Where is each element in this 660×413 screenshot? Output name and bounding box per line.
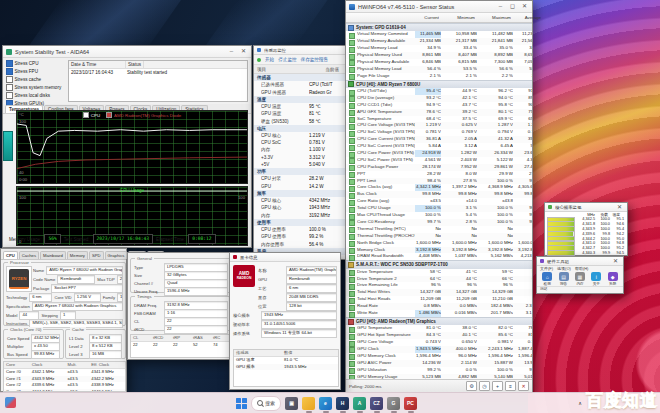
tab-graphics[interactable]: Graphics	[105, 251, 128, 259]
sensor-row[interactable]: Physical Memory Used8,861 MB8,407 MB8,89…	[346, 52, 532, 59]
close-icon[interactable]: ✕	[520, 2, 529, 11]
start-button[interactable]: 开始	[265, 57, 274, 62]
sensor-row[interactable]: +3.3V3.312 V	[254, 154, 348, 161]
close-icon[interactable]: ✕	[239, 47, 248, 56]
sensor-row[interactable]: Page File Usage2.1 %2.1 %2.2 %2.1 %	[346, 73, 532, 80]
sensor-row[interactable]: GPU 核心1943 MHz	[254, 204, 348, 211]
report-icon[interactable]: ≡	[505, 381, 516, 391]
menu-item[interactable]: 选项(O)	[557, 266, 571, 271]
checkbox-icon[interactable]	[6, 84, 13, 91]
tray-chevron-icon[interactable]: ∧	[578, 400, 582, 406]
sensor-row[interactable]: GPU Clock1,943.5 MHz400.0 MHz2,243.1 MHz…	[346, 346, 532, 353]
aida64-icon[interactable]: A	[353, 397, 366, 410]
sensor-row[interactable]: CPU Core Voltage (SVI3 TFN)1.219 V0.625 …	[346, 122, 532, 129]
minimize-icon[interactable]: –	[227, 47, 236, 56]
tab-cpu[interactable]: CPU	[3, 251, 18, 259]
close-icon[interactable]: ✕	[615, 203, 624, 212]
sensor-row[interactable]: 内存3192 MHz	[254, 212, 348, 219]
close-icon[interactable]: ✕	[611, 257, 620, 266]
sensor-row[interactable]: Virtual Memory Available21,334 MB21,317 …	[346, 38, 532, 45]
sensor-section-header[interactable]: CPU [#0]: AMD Ryzen 7 6800U	[346, 80, 532, 88]
sensor-row[interactable]: CPU CCD1 (Tdie)94.9 °C43.7 °C95.8 °C90.8…	[346, 102, 532, 109]
sensor-row[interactable]: Core Ratio (avg)x43.5x14.0x43.8x43.1	[346, 198, 532, 205]
sensor-row[interactable]: +5V5.040 V	[254, 161, 348, 168]
sensor-row[interactable]: Core Clocks (avg)4,342.1 MHz1,397.2 MHz4…	[346, 184, 532, 191]
sensor-row[interactable]: Drive Temperature58 °C41 °C59 °C55 °C	[346, 269, 532, 276]
clock-icon[interactable]: ◷	[479, 381, 490, 391]
search-input[interactable]: 搜索	[251, 396, 281, 411]
save-report-button[interactable]: 保存监控报告	[301, 57, 329, 62]
sensor-row[interactable]: Max CPU/Thread Usage100.0 %5.4 %100.0 %9…	[346, 212, 532, 219]
sensor-row[interactable]: CPU SoC Voltage (SVI3 TFN)0.781 V0.769 V…	[346, 129, 532, 136]
column-header-maximum[interactable]: Maximum	[475, 15, 511, 20]
sensor-row[interactable]: 硬盘 (SN530)58 ℃	[254, 118, 348, 125]
sensor-row[interactable]: Physical Memory Available6,846 MB6,815 M…	[346, 59, 532, 66]
table-row[interactable]: GPU 频率1943.5 MHz	[234, 364, 338, 370]
menu-item[interactable]: 帮助(H)	[575, 266, 589, 271]
stress-option[interactable]: Stress system memory	[6, 84, 64, 91]
sensor-row[interactable]: 内存1.100 V	[254, 146, 348, 153]
sensor-row[interactable]: GPU Utilization99.2 %0.0 %100.0 %97.8 %	[346, 367, 532, 374]
sensor-row[interactable]: Physical Memory Load56.4 %53.5 %56.6 %55…	[346, 66, 532, 73]
sensor-row[interactable]: GPU Temperature81.0 °C38.0 °C82.0 °C78.5…	[346, 325, 532, 332]
checkbox-icon[interactable]	[6, 76, 13, 83]
sensor-row[interactable]: Drive Temperature 264 °C44 °C66 °C61 °C	[346, 276, 532, 283]
stop-monitor-button[interactable]: 停止监控	[278, 57, 296, 62]
sensor-row[interactable]: 已选传感器CPU (Tctl/T	[254, 81, 348, 88]
sensor-row[interactable]: Read Rate0.8 MB/s0.0 MB/s182.4 MB/s2.3 M…	[346, 303, 532, 310]
sensor-row[interactable]: CPU 温度95 ℃	[254, 103, 348, 110]
tab-mainboard[interactable]: Mainboard	[40, 251, 66, 259]
sensor-row[interactable]: CPU Core Power (SVI3 TFN)24.918 W1.282 W…	[346, 150, 532, 157]
widgets-icon[interactable]	[5, 397, 16, 408]
sensor-group-header[interactable]: 功率	[254, 168, 348, 175]
tray-area[interactable]: ∧	[578, 400, 582, 406]
sensor-row[interactable]: GPU ASIC Power14.236 W2.114 W15.887 W13.…	[346, 360, 532, 367]
column-header-current[interactable]: Current	[413, 15, 439, 20]
sensor-section-header[interactable]: System: GPD G1619-04	[346, 23, 532, 31]
sensor-section-header[interactable]: GPU [#0]: AMD Radeon(TM) Graphics	[346, 317, 532, 325]
sensor-row[interactable]: GPU 温度81 ℃	[254, 110, 348, 117]
tab-spd[interactable]: SPD	[89, 251, 104, 259]
sensor-row[interactable]: GPU Hot Spot Temperature84.3 °C40.1 °C85…	[346, 332, 532, 339]
sensor-row[interactable]: GPU 传感器Radeon Gr	[254, 89, 348, 96]
sensor-row[interactable]: Virtual Memory Commited11,465 MB10,958 M…	[346, 31, 532, 38]
hwinfo-titlebar[interactable]: HWiNFO64 v7.46-5110 - Sensor Status – ◻ …	[346, 1, 532, 13]
sensor-row[interactable]: CPU (Tctl/Tdie)95.4 °C44.9 °C96.2 °C91.7…	[346, 88, 532, 95]
sensor-row[interactable]: Drive Remaining Life96 %96 %96 %96 %	[346, 282, 532, 289]
save-report-button[interactable]: ▤报告	[556, 272, 571, 286]
column-header-minimum[interactable]: Minimum	[439, 15, 475, 20]
sensor-row[interactable]: Thermal Throttling (PROCHOT)NoNoNo–	[346, 233, 532, 240]
sensor-row[interactable]: SoC Temperature68.4 °C37.5 °C69.9 °C65.8…	[346, 116, 532, 123]
sensor-row[interactable]: GPU Core Voltage0.743 V0.650 V0.981 V0.7…	[346, 339, 532, 346]
stress-option[interactable]: Stress cache	[6, 76, 64, 83]
sensor-row[interactable]: APU GFX Temperature78.6 °C39.2 °C80.1 °C…	[346, 109, 532, 116]
aida64-titlebar[interactable]: System Stability Test - AIDA64 – ✕	[3, 46, 251, 58]
checkbox-icon[interactable]	[6, 92, 13, 99]
sensor-row[interactable]: GPU Memory Clock1,596.4 MHz96.0 MHz1,596…	[346, 353, 532, 360]
checkbox-icon[interactable]	[6, 68, 13, 75]
hardware-scan-button[interactable]: ⌂检测	[540, 272, 555, 286]
sensor-row[interactable]: Virtual Memory Load34.9 %33.4 %35.0 %34.…	[346, 45, 532, 52]
log-entry[interactable]: 2023/10/17 16:04:43Stability test starte…	[69, 69, 247, 76]
sensor-row[interactable]: CPU SoC Current (SVI3 TFN)5.84 A3.12 A6.…	[346, 143, 532, 150]
sensor-row[interactable]: GPU14.2 W	[254, 183, 348, 190]
sensor-row[interactable]: Total Host Reads11,209 GB11,209 GB11,210…	[346, 296, 532, 303]
toolbox-titlebar[interactable]: 硬件工具箱 ✕	[537, 257, 623, 266]
sensor-row[interactable]: Total CPU Usage100.0 %3.1 %100.0 %98.6 %	[346, 205, 532, 212]
legend-item[interactable]: CPU	[83, 112, 100, 118]
sensor-row[interactable]: CPU 封装28.2 W	[254, 175, 348, 182]
sensor-group-header[interactable]: 温度	[254, 96, 348, 103]
close-icon[interactable]: ✕	[518, 381, 529, 391]
stress-option[interactable]: Stress FPU	[6, 68, 64, 75]
sensor-row[interactable]: CPU 使用率100.0 %	[254, 226, 348, 233]
table-row[interactable]: 2222225274	[131, 342, 231, 348]
sensor-row[interactable]: 内存使用率56.4 %	[254, 241, 348, 248]
cpuz-icon[interactable]: CZ	[370, 397, 383, 410]
sensor-row[interactable]: CPU 核心4342 MHz	[254, 197, 348, 204]
sensor-row[interactable]: Bus Clock99.8 MHz99.8 MHz99.8 MHz99.8 MH…	[346, 191, 532, 198]
theme-button[interactable]: ◆换肤	[605, 272, 620, 286]
sensor-row[interactable]: CPU SoC0.781 V	[254, 139, 348, 146]
stress-option[interactable]: Stress CPU	[6, 60, 64, 67]
sensor-row[interactable]: GPU 使用率99.2 %	[254, 233, 348, 240]
sensor-row[interactable]: North Bridge Clock1,600.0 MHz1,600.0 MHz…	[346, 240, 532, 247]
